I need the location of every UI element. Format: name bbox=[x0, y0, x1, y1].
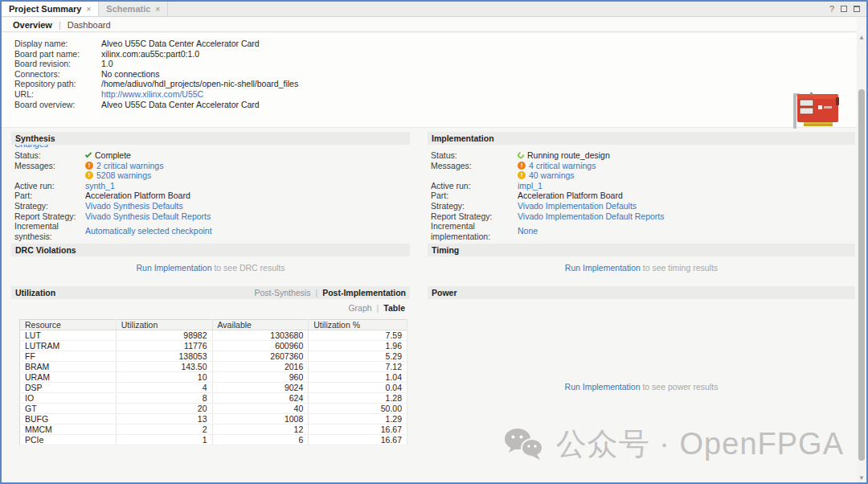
table-row[interactable]: LUTRAM117766009601.96 bbox=[20, 341, 407, 351]
table-row[interactable]: IO86241.28 bbox=[20, 393, 407, 404]
column-header[interactable]: Resource bbox=[20, 320, 117, 330]
table-row[interactable]: URAM109601.04 bbox=[20, 372, 407, 383]
tab-schematic[interactable]: Schematic × bbox=[99, 2, 168, 16]
table-row[interactable]: BRAM143.5020167.12 bbox=[20, 362, 407, 372]
field-value-link[interactable]: Vivado Synthesis Defaults bbox=[85, 201, 183, 211]
table-row[interactable]: PCIe1616.67 bbox=[20, 435, 407, 445]
close-icon[interactable]: × bbox=[155, 5, 160, 14]
field-value-group: impl_1 bbox=[518, 181, 542, 191]
field-label: Report Strategy: bbox=[431, 211, 518, 222]
field-value: Alveo U55C Data Center Accelerator Card bbox=[101, 39, 260, 49]
section-header: Synthesis bbox=[11, 132, 410, 145]
resource-cell: LUTRAM bbox=[20, 341, 117, 351]
utilization-table: ResourceUtilizationAvailableUtilization … bbox=[19, 319, 407, 445]
field-value-group: No connections bbox=[101, 69, 159, 80]
column-header[interactable]: Available bbox=[212, 320, 309, 330]
column-header[interactable]: Utilization bbox=[116, 320, 212, 330]
value-cell: 16.67 bbox=[309, 425, 407, 435]
field-row: Strategy:Vivado Synthesis Defaults bbox=[14, 201, 410, 211]
close-icon[interactable]: × bbox=[86, 5, 91, 14]
field-value-link[interactable]: Vivado Synthesis Default Reports bbox=[85, 211, 211, 222]
column-header[interactable]: Utilization % bbox=[309, 320, 407, 330]
float-icon[interactable] bbox=[841, 6, 847, 12]
value-cell: 143.50 bbox=[116, 362, 212, 372]
field-value: Complete bbox=[95, 150, 131, 161]
field-value-link[interactable]: 2 critical warnings bbox=[96, 161, 163, 171]
field-value-group: /home/adiuvo/hdl_projects/open-nic-shell… bbox=[101, 79, 298, 89]
power-placeholder: Run Implementation to see power results bbox=[428, 382, 855, 392]
synthesis-section: Synthesis Status:CompleteMessages:2 crit… bbox=[11, 132, 410, 241]
field-label: Messages: bbox=[431, 161, 518, 171]
field-value-link[interactable]: 5208 warnings bbox=[96, 170, 151, 181]
field-value-link[interactable]: http://www.xilinx.com/U55C bbox=[101, 89, 203, 100]
field-value-link[interactable]: 4 critical warnings bbox=[529, 161, 596, 171]
value-cell: 960 bbox=[212, 372, 309, 383]
post-implementation-toggle[interactable]: Post-Implementation bbox=[322, 288, 406, 297]
run-implementation-link[interactable]: Run Implementation bbox=[565, 382, 641, 392]
value-cell: 11776 bbox=[116, 341, 212, 351]
field-value: xilinx.com:au55c:part0:1.0 bbox=[101, 49, 199, 59]
field-value-group: Acceleration Platform Board bbox=[85, 191, 190, 201]
help-icon[interactable]: ? bbox=[829, 4, 834, 14]
table-row[interactable]: FF13805326073605.29 bbox=[20, 351, 407, 362]
value-cell: 600960 bbox=[212, 341, 309, 351]
graph-toggle[interactable]: Graph bbox=[348, 303, 371, 313]
critical-icon bbox=[518, 162, 526, 170]
tab-bar: Project Summary × Schematic × ? bbox=[2, 2, 866, 17]
field-value-group: 2 critical warnings bbox=[85, 161, 163, 171]
field-value-link[interactable]: None bbox=[518, 226, 538, 236]
table-row[interactable]: MMCM21216.67 bbox=[20, 425, 407, 435]
field-value: Alveo U55C Data Center Accelerator Card bbox=[101, 100, 260, 110]
field-value-group: synth_1 bbox=[85, 181, 115, 191]
table-row[interactable]: LUT9898213036807.59 bbox=[20, 330, 407, 341]
field-value-group: 1.0 bbox=[101, 59, 113, 69]
value-cell: 0.04 bbox=[309, 383, 407, 393]
value-cell: 2 bbox=[116, 425, 212, 435]
field-value: /home/adiuvo/hdl_projects/open-nic-shell… bbox=[101, 79, 298, 89]
field-row: Part:Acceleration Platform Board bbox=[431, 191, 855, 201]
field-value-link[interactable]: synth_1 bbox=[85, 181, 115, 191]
section-title: Utilization bbox=[15, 288, 55, 297]
separator: | bbox=[315, 288, 317, 297]
post-synthesis-toggle[interactable]: Post-Synthesis bbox=[254, 288, 310, 297]
table-row[interactable]: DSP490240.04 bbox=[20, 383, 407, 393]
value-cell: 1.29 bbox=[309, 414, 407, 425]
value-cell: 1.04 bbox=[309, 372, 407, 383]
field-row: Report Strategy:Vivado Synthesis Default… bbox=[14, 211, 410, 222]
value-cell: 10 bbox=[116, 372, 212, 383]
field-label: Strategy: bbox=[431, 201, 518, 211]
field-value-link[interactable]: Vivado Implementation Default Reports bbox=[518, 211, 665, 222]
value-cell: 98982 bbox=[116, 330, 212, 341]
resource-cell: MMCM bbox=[20, 425, 117, 435]
section-title: Power bbox=[432, 288, 457, 297]
tab-dashboard[interactable]: Dashboard bbox=[68, 20, 111, 30]
field-row: Status:Complete bbox=[14, 150, 410, 161]
timing-section: Timing Run Implementation to see timing … bbox=[428, 244, 855, 273]
run-implementation-link[interactable]: Run Implementation bbox=[137, 263, 212, 273]
scroll-down-icon[interactable]: ▼ bbox=[857, 474, 866, 482]
field-value: Running route_design bbox=[527, 150, 610, 161]
field-value-link[interactable]: Vivado Implementation Defaults bbox=[518, 201, 637, 211]
section-header: DRC Violations bbox=[11, 244, 410, 256]
value-cell: 2016 bbox=[212, 362, 309, 372]
table-toggle[interactable]: Table bbox=[383, 303, 405, 313]
field-value-group: xilinx.com:au55c:part0:1.0 bbox=[101, 49, 199, 59]
value-cell: 8 bbox=[116, 393, 212, 404]
field-label: Part: bbox=[14, 191, 85, 201]
field-value-group: Complete bbox=[85, 150, 131, 161]
field-row: 40 warnings bbox=[431, 170, 855, 181]
field-value-link[interactable]: Automatically selected checkpoint bbox=[85, 226, 212, 236]
field-row: Status:Running route_design bbox=[431, 150, 855, 161]
field-label: Board part name: bbox=[14, 49, 101, 59]
scroll-up-icon[interactable]: ▲ bbox=[857, 33, 866, 42]
field-value-link[interactable]: impl_1 bbox=[518, 181, 542, 191]
maximize-icon[interactable] bbox=[854, 6, 860, 12]
scrollbar-thumb[interactable] bbox=[858, 89, 865, 461]
field-value-link[interactable]: 40 warnings bbox=[529, 170, 575, 181]
table-row[interactable]: GT204050.00 bbox=[20, 404, 407, 414]
tab-project-summary[interactable]: Project Summary × bbox=[2, 2, 99, 16]
run-implementation-link[interactable]: Run Implementation bbox=[565, 263, 641, 273]
tab-overview[interactable]: Overview bbox=[13, 20, 52, 30]
field-value-group: Vivado Implementation Default Reports bbox=[518, 211, 665, 222]
table-row[interactable]: BUFG1310081.29 bbox=[20, 414, 407, 425]
